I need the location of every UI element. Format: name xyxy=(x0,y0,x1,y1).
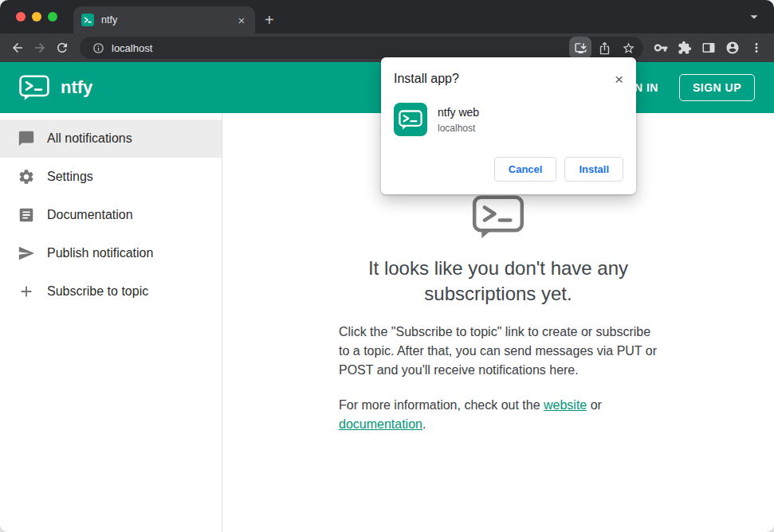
close-icon[interactable]: × xyxy=(615,72,623,87)
zoom-window-button[interactable] xyxy=(48,12,57,22)
omnibox-actions xyxy=(569,37,639,59)
gear-icon xyxy=(18,168,35,186)
forward-icon[interactable] xyxy=(29,37,51,59)
tab-search-chevron-icon[interactable] xyxy=(745,8,763,25)
close-window-button[interactable] xyxy=(16,12,26,22)
tab-close-icon[interactable]: × xyxy=(234,13,249,27)
dialog-header: Install app? × xyxy=(394,72,623,87)
minimize-window-button[interactable] xyxy=(32,12,41,22)
ntfy-favicon-icon xyxy=(81,14,94,26)
install-app-dialog: Install app? × ntfy web localhost Cancel… xyxy=(381,57,636,194)
plus-icon xyxy=(18,283,35,300)
new-tab-button[interactable]: + xyxy=(255,6,284,33)
links-text-middle: or xyxy=(587,398,602,412)
dialog-actions: Cancel Install xyxy=(394,157,623,182)
empty-state: It looks like you don't have any subscri… xyxy=(339,195,658,449)
back-icon[interactable] xyxy=(6,37,29,59)
sidebar: All notifications Settings Documentation… xyxy=(0,113,222,532)
ntfy-terminal-icon xyxy=(339,195,658,240)
install-button[interactable]: Install xyxy=(564,157,623,182)
install-app-icon[interactable] xyxy=(569,37,591,59)
sidebar-item-label: Subscribe to topic xyxy=(47,284,148,299)
address-bar[interactable]: localhost xyxy=(80,37,643,59)
empty-state-paragraph: Click the "Subscribe to topic" link to c… xyxy=(339,323,658,380)
browser-window: ntfy × + localhost xyxy=(0,0,774,532)
empty-state-heading: It looks like you don't have any subscri… xyxy=(339,256,658,306)
password-manager-key-icon[interactable] xyxy=(650,37,672,59)
book-icon xyxy=(18,206,35,224)
cancel-button[interactable]: Cancel xyxy=(494,157,557,182)
brand: ntfy xyxy=(19,75,92,101)
sidebar-item-settings[interactable]: Settings xyxy=(0,158,222,196)
sidebar-item-subscribe-to-topic[interactable]: Subscribe to topic xyxy=(0,272,222,311)
tab-strip: ntfy × + xyxy=(0,0,774,33)
sidebar-item-label: All notifications xyxy=(47,131,132,146)
empty-state-links-paragraph: For more information, check out the webs… xyxy=(339,396,658,434)
window-controls xyxy=(16,12,57,22)
ntfy-logo-icon xyxy=(19,75,49,101)
side-panel-icon[interactable] xyxy=(697,37,720,59)
links-text-prefix: For more information, check out the xyxy=(339,398,544,412)
toolbar-actions xyxy=(650,37,768,59)
sidebar-item-documentation[interactable]: Documentation xyxy=(0,196,222,234)
sidebar-item-publish-notification[interactable]: Publish notification xyxy=(0,234,222,272)
dialog-title: Install app? xyxy=(394,72,459,86)
links-text-suffix: . xyxy=(422,417,426,431)
profile-avatar-icon[interactable] xyxy=(721,37,744,59)
sidebar-item-all-notifications[interactable]: All notifications xyxy=(0,119,222,158)
sidebar-item-label: Documentation xyxy=(47,208,133,222)
send-icon xyxy=(18,244,35,262)
sidebar-item-label: Settings xyxy=(47,170,93,184)
chat-icon xyxy=(18,130,35,147)
reload-icon[interactable] xyxy=(51,37,73,59)
website-link[interactable]: website xyxy=(544,398,587,412)
bookmark-star-icon[interactable] xyxy=(617,37,639,59)
sidebar-item-label: Publish notification xyxy=(47,246,153,260)
browser-menu-dots-icon[interactable] xyxy=(745,37,768,59)
extensions-puzzle-icon[interactable] xyxy=(674,37,696,59)
app-name: ntfy web xyxy=(438,106,479,119)
browser-tab[interactable]: ntfy × xyxy=(73,6,255,33)
app-meta: ntfy web localhost xyxy=(438,106,479,134)
brand-name: ntfy xyxy=(61,77,92,98)
url-text: localhost xyxy=(112,42,569,54)
documentation-link[interactable]: documentation xyxy=(339,417,422,431)
dialog-body: ntfy web localhost xyxy=(394,103,623,136)
sign-up-button[interactable]: SIGN UP xyxy=(679,74,755,101)
ntfy-app-icon xyxy=(394,103,427,136)
share-icon[interactable] xyxy=(593,37,615,59)
app-origin: localhost xyxy=(438,123,479,134)
tab-title: ntfy xyxy=(101,14,234,25)
site-info-icon[interactable] xyxy=(88,37,108,58)
